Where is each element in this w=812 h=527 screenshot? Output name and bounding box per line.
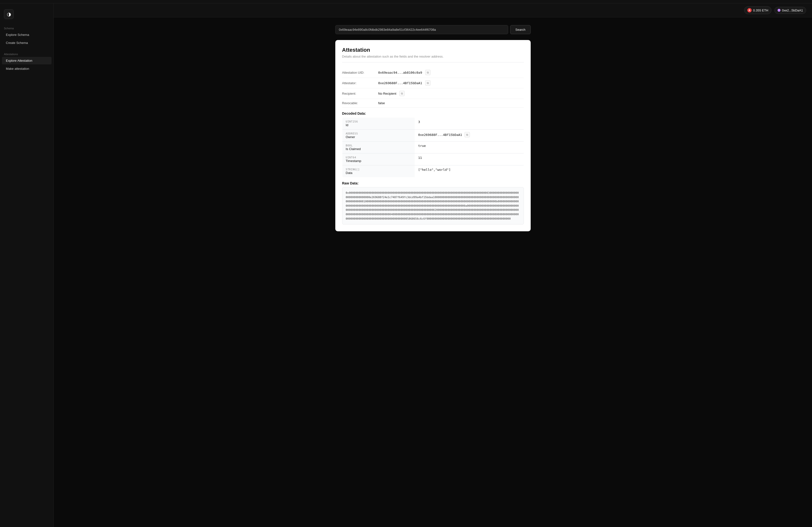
sidebar-item-explore-attestation[interactable]: Explore Attestation xyxy=(2,57,52,64)
decoded-name-label: Owner xyxy=(346,135,355,139)
decoded-type-label: BOOL xyxy=(346,144,411,147)
sidebar-item-create-schema[interactable]: Create Schema xyxy=(2,39,52,47)
recipient-label: Recipient: xyxy=(342,92,376,95)
card-subtitle: Details about the attestation such as th… xyxy=(342,55,524,62)
revocable-field: Revocable: false xyxy=(342,99,524,108)
attestator-field: Attestator: 0xe269688F...4Bf15bDaA1 ⧉ xyxy=(342,78,524,88)
revocable-label: Revocable: xyxy=(342,101,376,105)
decoded-type-label: UINT64 xyxy=(346,156,411,159)
wallet-dot-icon xyxy=(778,9,781,12)
attestator-copy-button[interactable]: ⧉ xyxy=(425,80,431,86)
decoded-row: UINT64Timestamp11 xyxy=(342,153,524,165)
decoded-row: UINT256Id3 xyxy=(342,118,524,130)
decoded-name-label: Data xyxy=(346,171,352,175)
search-bar: Search xyxy=(335,25,531,34)
decoded-value-cell: ["hello","world"] xyxy=(415,165,523,174)
decoded-type-label: UINT256 xyxy=(346,120,411,123)
card-title: Attestation xyxy=(342,47,524,53)
recipient-value: No Recipient xyxy=(378,92,396,95)
wallet-address-badge[interactable]: 0xe2...5bDaA1 xyxy=(774,7,806,14)
eth-icon: A xyxy=(747,8,752,13)
decoded-data-title: Decoded Data: xyxy=(342,111,524,116)
sidebar-item-make-attestation[interactable]: Make attestation xyxy=(2,65,52,73)
decoded-type-label: ADDRESS xyxy=(346,132,411,135)
attestation-uid-field: Attestation UID: 0x69eaac94...ab8106c0a9… xyxy=(342,67,524,78)
schema-section-label: Schema xyxy=(0,25,54,31)
decoded-name-label: Is Claimed xyxy=(346,147,361,151)
decoded-data-table: UINT256Id3ADDRESSOwner0xe269688F...4Bf15… xyxy=(342,117,524,177)
decoded-row: BOOLIs Claimedtrue xyxy=(342,141,524,153)
app-layout: ◑ Schema Explore Schema Create Schema At… xyxy=(0,3,812,527)
recipient-copy-button[interactable]: ⧉ xyxy=(399,91,405,96)
search-input[interactable] xyxy=(335,25,508,34)
decoded-value: ["hello","world"] xyxy=(418,168,451,171)
attestator-value: 0xe269688F...4Bf15bDaA1 xyxy=(378,81,422,85)
decoded-value: 0xe269688F...4Bf15bDaA1 xyxy=(418,133,462,137)
decoded-value-cell: 3 xyxy=(415,118,523,126)
decoded-value: true xyxy=(418,144,426,148)
decoded-value-cell: true xyxy=(415,141,523,150)
attestation-uid-label: Attestation UID: xyxy=(342,71,376,74)
decoded-value: 3 xyxy=(418,120,420,124)
main-content: A 0.355 ETH 0xe2...5bDaA1 Search Attesta… xyxy=(54,3,812,527)
attestation-card: Attestation Details about the attestatio… xyxy=(335,40,531,231)
decoded-type-label: STRING[] xyxy=(346,168,411,171)
page-body: Search Attestation Details about the att… xyxy=(54,17,812,239)
decoded-value-cell: 11 xyxy=(415,153,523,162)
top-bar xyxy=(0,0,812,3)
logo-area: ◑ xyxy=(0,7,54,25)
attestations-section-label: Attestations xyxy=(0,51,54,57)
raw-data-box: 0x00000000000000000000000000000000000000… xyxy=(342,187,524,224)
decoded-copy-button[interactable]: ⧉ xyxy=(464,132,470,137)
logo-icon: ◑ xyxy=(4,9,14,19)
attestation-uid-copy-button[interactable]: ⧉ xyxy=(425,70,431,75)
attestator-label: Attestator: xyxy=(342,81,376,85)
attestation-uid-value: 0x69eaac94...ab8106c0a9 xyxy=(378,71,422,74)
recipient-field: Recipient: No Recipient ⧉ xyxy=(342,88,524,99)
decoded-value-cell: 0xe269688F...4Bf15bDaA1 ⧉ xyxy=(415,130,523,140)
raw-data-title: Raw Data: xyxy=(342,181,524,185)
decoded-name-label: Timestamp xyxy=(346,159,361,163)
sidebar: ◑ Schema Explore Schema Create Schema At… xyxy=(0,3,54,527)
decoded-name-label: Id xyxy=(346,123,348,127)
eth-balance: A 0.355 ETH xyxy=(744,6,771,14)
decoded-row: ADDRESSOwner0xe269688F...4Bf15bDaA1 ⧉ xyxy=(342,130,524,141)
header: A 0.355 ETH 0xe2...5bDaA1 xyxy=(54,3,812,17)
decoded-row: STRING[]Data["hello","world"] xyxy=(342,165,524,177)
revocable-value: false xyxy=(378,101,385,105)
decoded-value: 11 xyxy=(418,156,422,160)
search-button[interactable]: Search xyxy=(510,25,531,34)
sidebar-item-explore-schema[interactable]: Explore Schema xyxy=(2,31,52,39)
